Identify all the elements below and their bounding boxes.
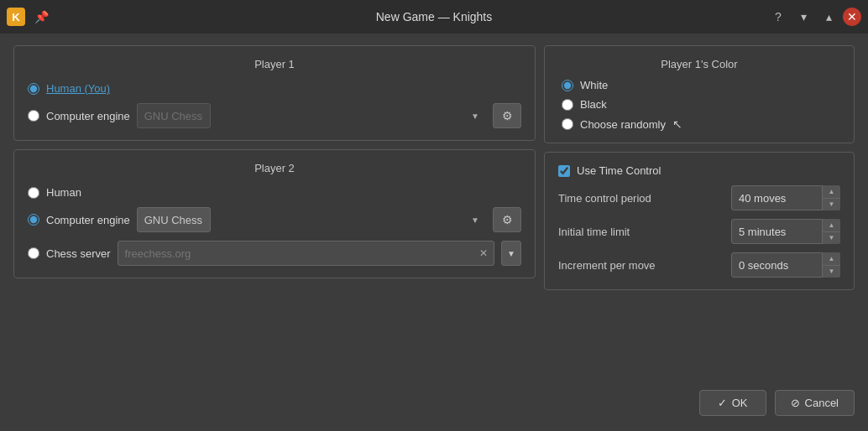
color-white-label[interactable]: White — [580, 79, 608, 91]
player1-human-row: Human (You) — [28, 82, 521, 95]
player2-server-radio[interactable] — [28, 247, 39, 259]
player1-engine-row: Computer engine GNU Chess ⚙ — [28, 103, 521, 128]
cancel-button[interactable]: ⊘ Cancel — [775, 390, 855, 416]
close-button[interactable]: ✕ — [843, 8, 861, 26]
player2-human-radio[interactable] — [28, 187, 39, 199]
player2-title: Player 2 — [28, 162, 521, 174]
color-panel: Player 1's Color White Black Choose rand… — [544, 45, 855, 143]
dialog-content: Player 1 Human (You) Computer engine GNU… — [0, 34, 868, 431]
player1-engine-select-wrapper: GNU Chess — [137, 103, 486, 128]
player1-human-radio[interactable] — [28, 83, 39, 95]
player2-server-clear-button[interactable]: ✕ — [476, 246, 491, 261]
time-initial-arrows: ▲ ▼ — [822, 219, 840, 244]
player1-settings-icon: ⚙ — [502, 109, 513, 122]
color-black-label[interactable]: Black — [580, 98, 607, 111]
time-period-spinner-wrapper: 40 moves ▲ ▼ — [731, 185, 840, 210]
player2-engine-select[interactable]: GNU Chess — [137, 207, 211, 232]
color-white-radio[interactable] — [562, 80, 573, 91]
color-white-row: White — [562, 79, 837, 91]
player1-human-label[interactable]: Human (You) — [46, 82, 110, 95]
player2-server-label[interactable]: Chess server — [46, 247, 111, 260]
color-panel-title: Player 1's Color — [562, 58, 837, 70]
right-panels: Player 1's Color White Black Choose rand… — [544, 45, 855, 382]
color-black-row: Black — [562, 98, 837, 111]
time-increment-down-button[interactable]: ▼ — [823, 266, 840, 278]
time-initial-down-button[interactable]: ▼ — [823, 232, 840, 245]
use-time-checkbox[interactable] — [558, 165, 570, 177]
time-period-row: Time control period 40 moves ▲ ▼ — [558, 185, 840, 210]
color-random-label[interactable]: Choose randomly — [580, 118, 666, 131]
player2-engine-label[interactable]: Computer engine — [46, 214, 130, 226]
cursor-icon: ↖ — [672, 117, 682, 131]
time-initial-label: Initial time limit — [558, 226, 723, 238]
player2-server-dropdown-button[interactable]: ▼ — [501, 241, 521, 266]
time-initial-row: Initial time limit 5 minutes ▲ ▼ — [558, 219, 840, 244]
player1-engine-label[interactable]: Computer engine — [46, 110, 130, 122]
time-control-panel: Use Time Control Time control period 40 … — [544, 152, 855, 290]
player1-engine-select[interactable]: GNU Chess — [137, 103, 211, 128]
time-period-label: Time control period — [558, 192, 723, 205]
color-random-radio[interactable] — [562, 118, 573, 130]
panels-row: Player 1 Human (You) Computer engine GNU… — [13, 45, 855, 382]
player2-server-row: Chess server ✕ ▼ — [28, 241, 521, 266]
titlebar-controls: ? ▾ ▴ ✕ — [767, 6, 861, 28]
player2-server-input[interactable] — [118, 241, 494, 266]
dialog-buttons: ✓ OK ⊘ Cancel — [13, 390, 855, 419]
time-period-down-button[interactable]: ▼ — [823, 199, 840, 211]
ok-icon: ✓ — [718, 397, 727, 409]
time-increment-spinner-wrapper: 0 seconds ▲ ▼ — [731, 252, 840, 278]
minimize-button[interactable]: ▾ — [792, 6, 814, 28]
player2-engine-select-wrapper: GNU Chess — [137, 207, 486, 232]
player2-settings-button[interactable]: ⚙ — [493, 207, 521, 232]
time-period-up-button[interactable]: ▲ — [823, 185, 840, 199]
time-increment-label: Increment per move — [558, 259, 723, 272]
player1-settings-button[interactable]: ⚙ — [493, 103, 521, 128]
player2-server-input-wrapper: ✕ — [118, 241, 494, 266]
player2-engine-row: Computer engine GNU Chess ⚙ — [28, 207, 521, 232]
time-increment-row: Increment per move 0 seconds ▲ ▼ — [558, 252, 840, 278]
color-options: White Black Choose randomly ↖ — [562, 79, 837, 131]
player1-title: Player 1 — [28, 58, 521, 70]
time-increment-arrows: ▲ ▼ — [822, 252, 840, 278]
time-title-row: Use Time Control — [558, 164, 840, 177]
player2-settings-icon: ⚙ — [502, 213, 513, 226]
player2-human-label[interactable]: Human — [46, 186, 81, 199]
cancel-icon: ⊘ — [791, 397, 800, 409]
time-period-arrows: ▲ ▼ — [822, 185, 840, 210]
time-initial-spinner-wrapper: 5 minutes ▲ ▼ — [731, 219, 840, 244]
player1-engine-radio[interactable] — [28, 110, 39, 122]
time-increment-up-button[interactable]: ▲ — [823, 252, 840, 266]
color-random-row: Choose randomly ↖ — [562, 117, 837, 131]
time-initial-up-button[interactable]: ▲ — [823, 219, 840, 232]
ok-label: OK — [732, 397, 748, 409]
color-black-radio[interactable] — [562, 99, 573, 111]
app-icon: K — [7, 8, 25, 26]
player2-panel: Player 2 Human Computer engine GNU Chess… — [13, 149, 536, 278]
maximize-button[interactable]: ▴ — [818, 6, 839, 28]
window-title: New Game — Knights — [376, 10, 493, 23]
use-time-label[interactable]: Use Time Control — [577, 164, 661, 177]
player1-panel: Player 1 Human (You) Computer engine GNU… — [13, 45, 536, 141]
help-button[interactable]: ? — [767, 6, 789, 28]
player2-human-row: Human — [28, 186, 521, 199]
cancel-label: Cancel — [805, 397, 839, 409]
pin-button[interactable]: 📌 — [30, 6, 52, 28]
player2-engine-radio[interactable] — [28, 214, 39, 226]
titlebar: K 📌 New Game — Knights ? ▾ ▴ ✕ — [0, 0, 868, 34]
left-panels: Player 1 Human (You) Computer engine GNU… — [13, 45, 536, 382]
titlebar-left: K 📌 — [7, 6, 52, 28]
ok-button[interactable]: ✓ OK — [699, 390, 766, 416]
